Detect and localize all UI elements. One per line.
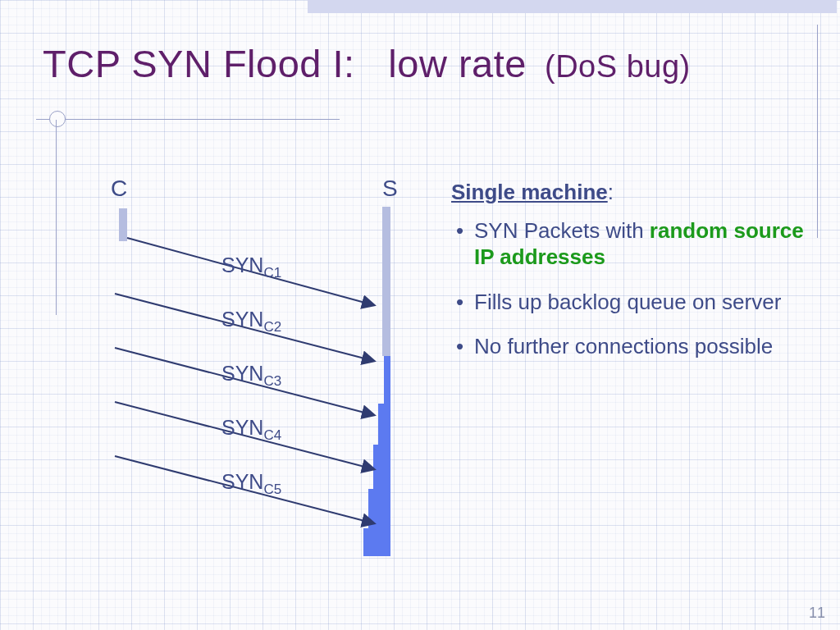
page-number: 11	[809, 605, 825, 622]
ornament-vertical	[56, 120, 57, 315]
slide-title: TCP SYN Flood I: low rate (DoS bug)	[43, 41, 807, 86]
info-panel: Single machine: SYN Packets with random …	[451, 179, 804, 378]
panel-heading: Single machine:	[451, 179, 804, 206]
ornament-line	[36, 119, 340, 121]
syn-label-1: SYNC1	[221, 253, 281, 281]
bullet-2: Fills up backlog queue on server	[471, 289, 804, 316]
server-label: S	[382, 176, 398, 202]
bullet-3: No further connections possible	[471, 333, 804, 360]
bullet-1: SYN Packets with random source IP addres…	[471, 217, 804, 271]
top-strip	[308, 0, 837, 13]
syn-label-4: SYNC4	[221, 416, 281, 444]
ornament-circle-icon	[49, 111, 66, 127]
slide: TCP SYN Flood I: low rate (DoS bug) C S	[0, 0, 840, 630]
syn-label-3: SYNC3	[221, 362, 281, 390]
syn-label-5: SYNC5	[221, 470, 281, 498]
syn-label-2: SYNC2	[221, 308, 281, 336]
title-sub: (DoS bug)	[527, 49, 691, 84]
right-rule	[817, 25, 818, 238]
client-label: C	[111, 176, 127, 202]
title-main: TCP SYN Flood I: low rate	[43, 42, 527, 85]
